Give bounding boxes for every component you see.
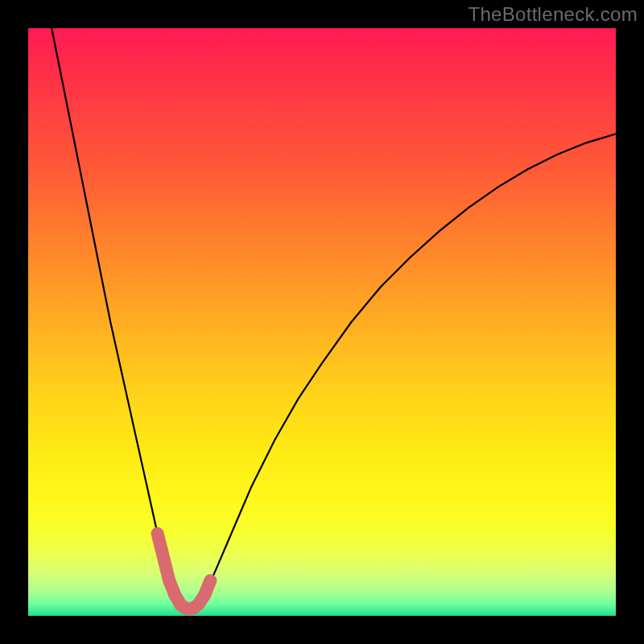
- chart-frame: TheBottleneck.com: [0, 0, 644, 644]
- bottleneck-curve-path: [52, 28, 616, 609]
- watermark-text: TheBottleneck.com: [468, 3, 638, 26]
- curve-layer: [28, 28, 616, 616]
- plot-area: [28, 28, 616, 616]
- bottleneck-marker-path: [158, 534, 211, 609]
